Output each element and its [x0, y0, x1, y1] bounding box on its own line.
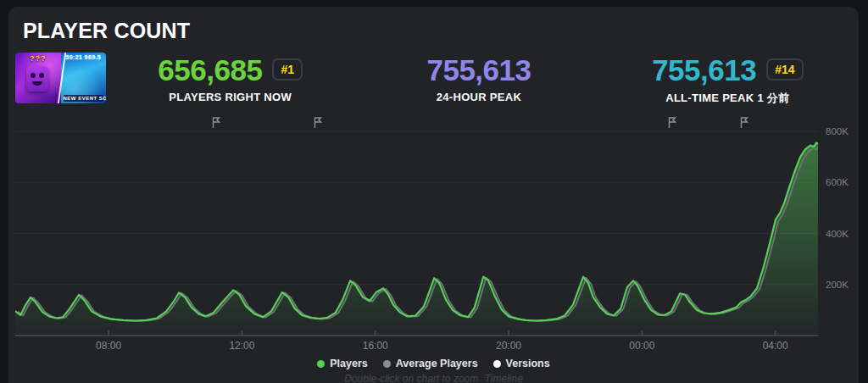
chart-area: 08:0012:0016:0020:0000:0004:00	[15, 116, 818, 353]
stat-alltime-peak: 755,613 #14 ALL-TIME PEAK 1 分前	[604, 53, 852, 106]
capsule-banner-text: NEW EVENT SOON	[64, 95, 104, 102]
peak-24h-value: 755,613	[426, 55, 531, 85]
y-axis-tick-label: 800K	[826, 126, 849, 136]
version-flag-icon[interactable]	[212, 117, 221, 129]
capsule-timer-text: 59:21 969.5	[61, 54, 107, 60]
legend-label: Players	[330, 358, 367, 369]
x-axis-tick-label: 08:00	[96, 340, 121, 352]
y-axis-labels: 200K400K600K800K	[818, 116, 859, 336]
y-axis-tick-label: 600K	[826, 177, 849, 187]
version-flag-icon[interactable]	[668, 117, 677, 129]
x-axis-labels: 08:0012:0016:0020:0000:0004:00	[15, 336, 818, 353]
rank-badge-alltime[interactable]: #14	[766, 58, 803, 80]
page-title: PLAYER COUNT	[23, 19, 859, 43]
x-axis-tick-label: 00:00	[629, 340, 654, 352]
stat-players-now: 656,685 #1 PLAYERS RIGHT NOW	[106, 53, 354, 103]
legend-label: Average Players	[396, 358, 478, 369]
alltime-peak-value: 755,613	[652, 55, 756, 85]
stat-24h-peak: 755,613 24-HOUR PEAK	[354, 53, 603, 103]
legend-item-versions[interactable]: Versions	[493, 358, 550, 369]
timeline-link[interactable]: Timeline	[485, 373, 523, 383]
player-count-chart[interactable]	[15, 116, 818, 336]
versions-dot-icon	[493, 360, 501, 368]
players-now-value: 656,685	[158, 55, 262, 85]
rank-badge-current[interactable]: #1	[272, 58, 303, 80]
chart-legend: Players Average Players Versions	[8, 357, 859, 370]
capsule-art-right: 59:21 969.5 NEW EVENT SOON	[61, 53, 107, 103]
peak-24h-label: 24-HOUR PEAK	[354, 91, 603, 103]
legend-label: Versions	[506, 358, 550, 369]
legend-item-average-players[interactable]: Average Players	[383, 358, 478, 369]
version-flag-icon[interactable]	[314, 117, 323, 129]
zoom-hint-text: Double-click on chart to zoom	[344, 373, 478, 383]
chart-hint: Double-click on chart to zoom Timeline	[8, 373, 859, 383]
average-players-dot-icon	[383, 360, 391, 368]
capsule-art-left: ???	[15, 53, 61, 103]
game-capsule-image[interactable]: ??? 59:21 969.5 NEW EVENT SOON	[15, 53, 106, 103]
player-count-panel: PLAYER COUNT ??? 59:21 969.5 NEW EVENT S…	[8, 7, 859, 383]
alltime-peak-label: ALL-TIME PEAK 1 分前	[604, 91, 852, 106]
x-axis-tick-label: 16:00	[363, 340, 388, 352]
stats-row: ??? 59:21 969.5 NEW EVENT SOON 656,685 #…	[15, 53, 852, 106]
players-now-label: PLAYERS RIGHT NOW	[106, 91, 354, 103]
players-dot-icon	[317, 360, 325, 368]
legend-item-players[interactable]: Players	[317, 358, 367, 369]
y-axis-tick-label: 200K	[826, 280, 849, 290]
y-axis-tick-label: 400K	[826, 229, 849, 239]
x-axis-tick-label: 20:00	[496, 340, 521, 352]
chart-wrap: 08:0012:0016:0020:0000:0004:00 200K400K6…	[15, 116, 859, 353]
x-axis-tick-label: 12:00	[229, 340, 254, 352]
x-axis-tick-label: 04:00	[763, 340, 788, 352]
capsule-question-text: ???	[15, 54, 61, 63]
robot-character-art	[26, 66, 48, 92]
version-flag-icon[interactable]	[740, 117, 749, 129]
